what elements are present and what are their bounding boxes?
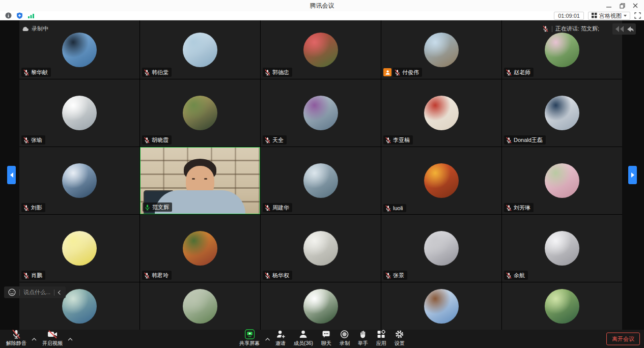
- avatar: [183, 96, 217, 130]
- invite-button[interactable]: 邀请: [272, 329, 289, 347]
- nametag: 刘影: [21, 203, 45, 212]
- participant-tile[interactable]: 天全: [261, 79, 381, 147]
- nametag: 杨华权: [263, 271, 292, 280]
- participant-tile[interactable]: [381, 282, 501, 330]
- previous-page-button[interactable]: [7, 166, 16, 184]
- participant-tile[interactable]: Donald王磊: [502, 79, 622, 147]
- mic-status-icon: [144, 137, 150, 143]
- chat-label: 聊天: [321, 340, 331, 347]
- participant-name: 黎华献: [31, 69, 48, 76]
- quick-jump-button[interactable]: [612, 23, 636, 35]
- mic-status-icon: [385, 205, 391, 212]
- participant-tile[interactable]: 韩君玲: [140, 215, 260, 282]
- avatar: [62, 96, 97, 130]
- fullscreen-button[interactable]: [634, 12, 641, 19]
- window-title: 腾讯会议: [310, 2, 334, 10]
- settings-gear-icon: [395, 329, 405, 339]
- nametag: Donald王磊: [504, 135, 546, 144]
- participant-tile[interactable]: [261, 282, 381, 330]
- security-shield-icon[interactable]: [16, 12, 23, 19]
- nametag: 李亚楠: [383, 135, 413, 144]
- network-signal-icon[interactable]: [27, 13, 35, 19]
- participant-tile[interactable]: [140, 282, 260, 330]
- raise-hand-label: 举手: [358, 340, 368, 347]
- video-options-chevron[interactable]: [68, 338, 73, 347]
- share-screen-button[interactable]: 共享屏幕: [236, 329, 263, 347]
- raise-hand-button[interactable]: 举手: [355, 329, 371, 347]
- quick-chat-bar[interactable]: 说点什么...: [4, 286, 66, 298]
- nametag: 胡晓霞: [142, 135, 172, 144]
- participant-tile[interactable]: [502, 282, 622, 330]
- invite-label: 邀请: [275, 340, 286, 347]
- participant-tile[interactable]: 刘影: [19, 147, 139, 214]
- chat-button[interactable]: 聊天: [318, 329, 334, 347]
- mic-status-icon: [385, 272, 391, 279]
- participant-tile[interactable]: 杨华权: [261, 215, 381, 282]
- statusbar: 01:09:01 宫格视图: [0, 11, 644, 20]
- nametag: 余航: [504, 271, 528, 280]
- close-button[interactable]: [629, 1, 642, 10]
- participant-tile[interactable]: 李亚楠: [381, 79, 501, 147]
- participant-tile[interactable]: 胡晓霞: [140, 79, 260, 147]
- participant-tile[interactable]: 韩伯棠: [140, 20, 260, 79]
- divider: [54, 289, 54, 296]
- invite-person-icon: [275, 329, 286, 339]
- video-grid-stage: 黎华献 韩伯棠: [0, 20, 644, 330]
- leave-meeting-button[interactable]: 离开会议: [606, 333, 640, 345]
- layout-view-button[interactable]: 宫格视图: [588, 12, 630, 20]
- share-options-chevron[interactable]: [265, 338, 270, 347]
- participant-badge: 黎华献: [21, 68, 51, 77]
- apps-grid-icon: [376, 329, 386, 339]
- participant-badge: 张景: [383, 271, 407, 280]
- participant-badge: luoli: [383, 204, 406, 212]
- participant-name: 李亚楠: [393, 136, 410, 144]
- participant-name: 余航: [514, 272, 525, 279]
- participant-badge: 刘影: [21, 203, 45, 212]
- restore-button[interactable]: [615, 1, 629, 10]
- app-window: 腾讯会议: [0, 0, 644, 348]
- restore-icon: [620, 3, 625, 9]
- record-button[interactable]: 录制: [337, 329, 353, 347]
- participant-badge: 付俊伟: [383, 68, 422, 77]
- avatar: [545, 96, 579, 130]
- participant-tile[interactable]: 郭德忠: [261, 20, 381, 79]
- collapse-chat-icon[interactable]: [58, 290, 62, 294]
- avatar: [424, 96, 459, 130]
- participant-tile[interactable]: 刘芳琳: [502, 147, 622, 214]
- participant-tile[interactable]: 肖鹏: [19, 215, 139, 282]
- start-video-button[interactable]: 开启视频: [39, 329, 66, 347]
- unmute-button[interactable]: 解除静音: [3, 329, 30, 347]
- divider: [19, 289, 20, 296]
- settings-button[interactable]: 设置: [391, 329, 408, 347]
- nametag: 赵老师: [504, 68, 534, 77]
- nametag: 韩君玲: [142, 271, 172, 280]
- participant-tile[interactable]: 周建华: [261, 147, 381, 214]
- participant-badge: 韩君玲: [142, 271, 172, 280]
- participant-tile[interactable]: 余航: [502, 215, 622, 282]
- participant-name: 杨华权: [272, 272, 289, 279]
- participant-name: 胡晓霞: [152, 136, 169, 144]
- view-mode-label: 宫格视图: [599, 12, 622, 19]
- participant-name: 天全: [272, 136, 284, 144]
- mic-status-icon: [23, 205, 30, 211]
- members-button[interactable]: 成员(36): [291, 329, 316, 347]
- participant-tile[interactable]: 张景: [381, 215, 501, 282]
- participant-tile[interactable]: 范文辉: [140, 147, 260, 214]
- apps-button[interactable]: 应用: [373, 329, 389, 347]
- avatar: [545, 33, 579, 67]
- mic-options-chevron[interactable]: [32, 338, 37, 347]
- avatar: [62, 289, 97, 324]
- next-page-button[interactable]: [628, 166, 637, 184]
- meeting-info-icon[interactable]: [5, 12, 12, 19]
- minimize-button[interactable]: [602, 1, 615, 10]
- mic-status-icon: [264, 137, 271, 143]
- arrow-left-icon: [10, 172, 13, 178]
- nametag: 付俊伟: [393, 68, 422, 77]
- nametag: 郭德忠: [263, 68, 292, 77]
- participant-tile[interactable]: 张瑜: [19, 79, 139, 147]
- participant-tile[interactable]: luoli: [381, 147, 501, 214]
- mic-status-icon: [394, 69, 401, 76]
- fullscreen-icon: [634, 12, 641, 19]
- participant-tile[interactable]: 付俊伟: [381, 20, 501, 79]
- chat-input-placeholder[interactable]: 说点什么...: [23, 288, 50, 296]
